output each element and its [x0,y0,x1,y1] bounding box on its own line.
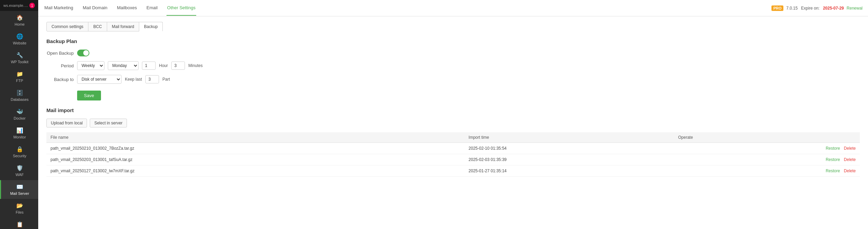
website-icon: 🌐 [16,33,23,40]
monitor-icon: 📊 [16,127,23,134]
cell-filename: path_vmail_20250210_013002_7BozZa.tar.gz [46,143,464,154]
keep-last-input[interactable]: 3 [145,75,159,83]
top-nav-item-other-settings[interactable]: Other Settings [167,0,196,16]
sidebar-notification-badge: 1 [29,3,35,8]
table-row: path_vmail_20250210_013002_7BozZa.tar.gz… [46,143,860,154]
period-label: Period [46,63,74,68]
backup-to-select[interactable]: Disk of server FTP S3 [77,75,121,84]
open-backup-toggle[interactable] [77,50,89,56]
waf-icon: 🛡️ [16,165,23,171]
sidebar-item-logs[interactable]: 📋 Logs [0,218,38,229]
top-nav-items: Mail MarketingMail DomainMailboxesEmailO… [44,0,196,16]
sidebar-domain: ws.example.com [3,3,29,8]
table-row: path_vmail_20250127_013002_lw7mXF.tar.gz… [46,165,860,177]
restore-link-0[interactable]: Restore [826,146,840,151]
toggle-thumb [83,50,89,56]
sidebar-items: 🏠 Home 🌐 Website 🔧 WP Toolkit 📁 FTP 🗄️ D… [0,11,38,229]
version-badge: PRO 7.0.15 Expire on: 2025-07-29 Renewal [771,5,863,11]
ftp-icon: 📁 [16,71,23,77]
open-backup-row: Open Backup [46,50,860,56]
logs-icon: 📋 [16,221,23,228]
sub-tabs: Common settingsBCCMail forwardBackup [46,22,860,31]
expire-date: 2025-07-29 [823,6,844,11]
cell-importtime: 2025-02-03 01:35:39 [464,154,674,165]
main-area: Mail MarketingMail DomainMailboxesEmailO… [38,0,868,229]
period-select[interactable]: Weekly Daily Monthly [77,61,104,70]
hour-input[interactable]: 1 [142,62,156,70]
sidebar-item-monitor[interactable]: 📊 Monitor [0,124,38,143]
select-in-server-button[interactable]: Select in server [90,119,127,127]
sidebar-item-wp-toolkit[interactable]: 🔧 WP Toolkit [0,49,38,67]
table-header: File name Import time Operate [46,132,860,143]
sidebar-header: ws.example.com 1 [0,0,38,11]
delete-link-0[interactable]: Delete [844,146,856,151]
top-nav: Mail MarketingMail DomainMailboxesEmailO… [38,0,868,16]
top-nav-item-mail-domain[interactable]: Mail Domain [82,0,108,16]
sidebar-item-files[interactable]: 📂 Files [0,199,38,218]
sidebar-item-security[interactable]: 🔒 Security [0,143,38,161]
files-icon: 📂 [16,202,23,209]
sidebar-item-mail-server[interactable]: ✉️ Mail Server [0,180,38,199]
sub-tab-common-settings[interactable]: Common settings [46,22,88,31]
top-nav-item-mail-marketing[interactable]: Mail Marketing [44,0,74,16]
restore-link-2[interactable]: Restore [826,169,840,173]
keep-last-unit: Part [162,77,170,82]
sidebar-item-databases[interactable]: 🗄️ Databases [0,86,38,105]
cell-importtime: 2025-02-10 01:35:54 [464,143,674,154]
sub-tab-backup[interactable]: Backup [139,22,163,31]
cell-importtime: 2025-01-27 01:35:14 [464,165,674,177]
mail-import-title: Mail import [46,107,860,113]
restore-link-1[interactable]: Restore [826,157,840,162]
renewal-link[interactable]: Renewal [847,6,863,11]
delete-link-1[interactable]: Delete [844,157,856,162]
cell-filename: path_vmail_20250203_013001_tafSuA.tar.gz [46,154,464,165]
keep-last-label: Keep last [125,77,142,82]
upload-from-local-button[interactable]: Upload from local [46,119,87,127]
website-label: Website [13,41,27,45]
files-label: Files [16,210,24,214]
import-table: File name Import time Operate path_vmail… [46,132,860,177]
home-icon: 🏠 [16,14,23,21]
docker-label: Docker [14,116,26,120]
pro-badge: PRO [771,5,784,11]
databases-icon: 🗄️ [16,90,23,96]
day-select[interactable]: Monday Tuesday Wednesday Thursday Friday… [108,61,139,70]
cell-operate: Restore Delete [674,165,860,177]
waf-label: WAF [15,173,24,177]
ftp-label: FTP [16,79,23,83]
open-backup-label: Open Backup [46,51,74,56]
mail-server-label: Mail Server [10,191,29,196]
cell-operate: Restore Delete [674,154,860,165]
hour-unit-label: Hour [159,63,168,68]
top-nav-item-email[interactable]: Email [146,0,158,16]
expire-label: Expire on: [801,6,820,11]
sub-tab-mail-forward[interactable]: Mail forward [107,22,139,31]
sidebar-item-waf[interactable]: 🛡️ WAF [0,161,38,180]
col-operate: Operate [674,132,860,143]
col-importtime: Import time [464,132,674,143]
import-buttons: Upload from local Select in server [46,119,860,127]
backup-plan-title: Backup Plan [46,38,860,44]
backup-to-row: Backup to Disk of server FTP S3 Keep las… [46,75,860,84]
period-row: Period Weekly Daily Monthly Monday Tuesd… [46,61,860,70]
databases-label: Databases [11,97,29,102]
wp-toolkit-icon: 🔧 [16,52,23,58]
content-area: Common settingsBCCMail forwardBackup Bac… [38,16,868,229]
home-label: Home [15,22,25,26]
sub-tab-bcc[interactable]: BCC [88,22,107,31]
monitor-label: Monitor [13,135,26,139]
wp-toolkit-label: WP Toolkit [11,60,29,64]
toggle-track [77,50,89,56]
cell-filename: path_vmail_20250127_013002_lw7mXF.tar.gz [46,165,464,177]
version-text: 7.0.15 Expire on: 2025-07-29 [786,6,844,11]
backup-to-label: Backup to [46,77,74,82]
sidebar-item-website[interactable]: 🌐 Website [0,30,38,49]
delete-link-2[interactable]: Delete [844,169,856,173]
top-nav-item-mailboxes[interactable]: Mailboxes [116,0,138,16]
docker-icon: 🐳 [16,108,23,115]
save-button[interactable]: Save [77,91,101,100]
minute-input[interactable]: 30 [171,62,185,70]
sidebar-item-ftp[interactable]: 📁 FTP [0,67,38,86]
sidebar-item-docker[interactable]: 🐳 Docker [0,105,38,124]
sidebar-item-home[interactable]: 🏠 Home [0,11,38,30]
